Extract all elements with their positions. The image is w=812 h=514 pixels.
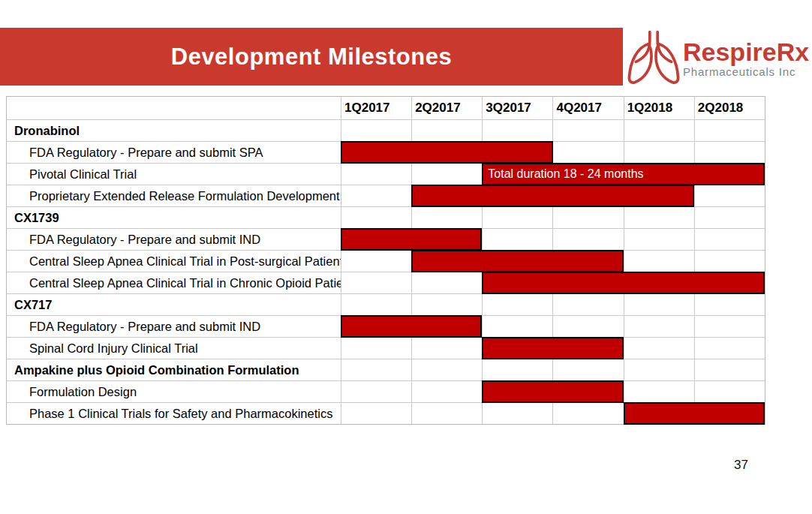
slide-title: Development Milestones — [171, 44, 452, 71]
quarter-cell — [552, 316, 623, 337]
quarter-cell — [482, 316, 552, 337]
quarter-cell — [341, 164, 411, 185]
quarter-cell — [341, 120, 411, 141]
gantt-bar — [482, 337, 623, 359]
quarter-cell — [411, 338, 482, 359]
gantt-row: Formulation Design — [7, 380, 765, 402]
task-label: Central Sleep Apnea Clinical Trial in Ch… — [7, 272, 341, 293]
quarter-cell — [482, 207, 552, 228]
task-label: Proprietary Extended Release Formulation… — [7, 185, 341, 206]
quarter-cell — [411, 207, 482, 228]
gantt-row: FDA Regulatory - Prepare and submit IND — [7, 228, 765, 250]
quarter-header: 1Q2018 — [624, 97, 694, 119]
quarter-cell — [341, 294, 411, 315]
quarter-cell — [341, 185, 411, 206]
gantt-bar — [341, 315, 482, 338]
gantt-header-row: 1Q20172Q20173Q20174Q20171Q20182Q2018 — [7, 97, 765, 119]
quarter-cell — [624, 381, 694, 402]
quarter-cell — [694, 142, 765, 163]
quarter-cell — [694, 294, 765, 315]
quarter-cell — [341, 207, 411, 228]
section-label: Dronabinol — [7, 120, 341, 141]
quarter-cell — [694, 251, 765, 272]
logo-text: RespireRx Pharmaceuticals Inc — [683, 39, 809, 79]
quarter-cell — [341, 272, 411, 293]
quarter-cell — [411, 403, 482, 424]
logo-subtitle: Pharmaceuticals Inc — [683, 65, 809, 78]
quarter-cell — [694, 359, 765, 380]
quarter-cell — [624, 120, 694, 141]
quarter-header: 1Q2017 — [341, 97, 411, 119]
quarter-cell — [411, 381, 482, 402]
quarter-cell — [694, 316, 765, 337]
quarter-cell — [482, 229, 552, 250]
gantt-row: Proprietary Extended Release Formulation… — [7, 185, 765, 206]
quarter-cell — [341, 359, 411, 380]
quarter-cell — [552, 403, 623, 424]
respirerx-logo: RespireRx Pharmaceuticals Inc — [626, 29, 812, 89]
logo-company-name: RespireRx — [683, 39, 809, 66]
quarter-cell — [552, 120, 623, 141]
quarter-cell — [341, 403, 411, 424]
page-number: 37 — [734, 458, 748, 473]
task-label: FDA Regulatory - Prepare and submit IND — [7, 229, 341, 250]
gantt-row: Ampakine plus Opioid Combination Formula… — [7, 359, 765, 380]
quarter-cell — [624, 294, 694, 315]
gantt-bar: Total duration 18 - 24 months — [482, 163, 765, 185]
gantt-row: Phase 1 Clinical Trials for Safety and P… — [7, 402, 765, 424]
quarter-cell — [411, 272, 482, 293]
quarter-cell — [694, 120, 765, 141]
gantt-row: Pivotal Clinical TrialTotal duration 18 … — [7, 163, 765, 185]
task-label: Phase 1 Clinical Trials for Safety and P… — [7, 403, 341, 424]
quarter-cell — [552, 229, 623, 250]
quarter-cell — [694, 338, 765, 359]
quarter-cell — [694, 229, 765, 250]
gantt-row: Dronabinol — [7, 119, 765, 141]
gantt-row: FDA Regulatory - Prepare and submit SPA — [7, 141, 765, 163]
quarter-cell — [624, 142, 694, 163]
gantt-bar — [341, 141, 553, 164]
quarter-cell — [411, 120, 482, 141]
quarter-cell — [552, 294, 623, 315]
quarter-cell — [411, 359, 482, 380]
task-label: Formulation Design — [7, 381, 341, 402]
quarter-cell — [694, 185, 765, 206]
gantt-bar — [411, 250, 624, 272]
section-label: CX717 — [7, 294, 341, 315]
quarter-cell — [694, 207, 765, 228]
gantt-bar — [482, 272, 765, 294]
gantt-row: CX717 — [7, 293, 765, 315]
gantt-header-label-cell — [7, 97, 341, 119]
task-label: Spinal Cord Injury Clinical Trial — [7, 338, 341, 359]
quarter-cell — [552, 359, 623, 380]
quarter-cell — [482, 403, 552, 424]
quarter-cell — [341, 338, 411, 359]
title-banner: Development Milestones — [0, 28, 623, 86]
gantt-bar — [341, 228, 482, 251]
section-label: CX1739 — [7, 207, 341, 228]
bar-label: Total duration 18 - 24 months — [488, 167, 643, 181]
gantt-row: Central Sleep Apnea Clinical Trial in Ch… — [7, 272, 765, 293]
quarter-cell — [694, 381, 765, 402]
task-label: Central Sleep Apnea Clinical Trial in Po… — [7, 251, 341, 272]
gantt-row: Central Sleep Apnea Clinical Trial in Po… — [7, 250, 765, 272]
task-label: Pivotal Clinical Trial — [7, 164, 341, 185]
quarter-cell — [624, 229, 694, 250]
quarter-cell — [482, 294, 552, 315]
quarter-cell — [411, 294, 482, 315]
quarter-header: 3Q2017 — [482, 97, 552, 119]
quarter-cell — [341, 381, 411, 402]
gantt-row: CX1739 — [7, 206, 765, 228]
task-label: FDA Regulatory - Prepare and submit SPA — [7, 142, 341, 163]
quarter-cell — [624, 316, 694, 337]
quarter-cell — [624, 359, 694, 380]
quarter-cell — [552, 142, 623, 163]
task-label: FDA Regulatory - Prepare and submit IND — [7, 316, 341, 337]
quarter-cell — [482, 359, 552, 380]
gantt-row: Spinal Cord Injury Clinical Trial — [7, 337, 765, 359]
quarter-cell — [341, 251, 411, 272]
gantt-bar — [411, 185, 694, 207]
quarter-cell — [411, 164, 482, 185]
section-label: Ampakine plus Opioid Combination Formula… — [7, 359, 341, 380]
milestones-gantt-table: 1Q20172Q20173Q20174Q20171Q20182Q2018Dron… — [6, 96, 765, 425]
